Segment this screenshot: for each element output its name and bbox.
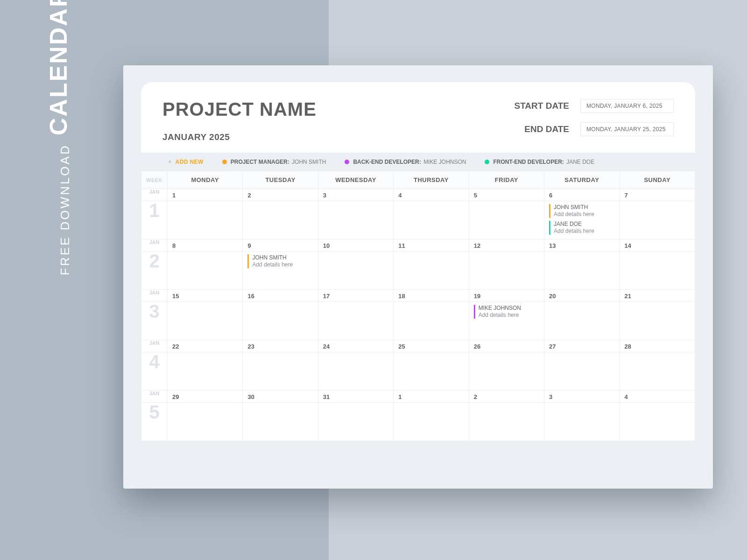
day-body-cell[interactable] (394, 352, 469, 391)
day-body-cell[interactable] (318, 201, 393, 239)
day-body-cell[interactable] (318, 302, 393, 340)
date-cell[interactable]: 5 (469, 189, 544, 201)
day-body-cell[interactable] (394, 302, 469, 340)
date-cell[interactable]: 11 (394, 239, 469, 252)
day-body-cell[interactable] (469, 201, 544, 239)
date-cell[interactable]: 26 (469, 340, 544, 352)
date-number: 10 (318, 239, 393, 249)
end-date-input[interactable]: MONDAY, JANUARY 25, 2025 (580, 122, 674, 136)
day-body-cell[interactable]: JOHN SMITHAdd details hereJANE DOEAdd de… (544, 201, 620, 239)
date-cell[interactable]: 7 (620, 189, 695, 201)
date-cell[interactable]: 14 (620, 239, 695, 252)
day-body-cell[interactable] (620, 302, 695, 340)
date-cell[interactable]: 17 (318, 290, 393, 302)
header-card: PROJECT NAME JANUARY 2025 START DATE MON… (141, 82, 695, 153)
day-body-cell[interactable] (168, 252, 243, 290)
date-number: 8 (168, 239, 242, 249)
day-body-cell[interactable] (469, 352, 544, 391)
day-body-cell[interactable] (318, 352, 393, 391)
day-body-cell[interactable]: MIKE JOHNSONAdd details here (469, 302, 544, 340)
day-body-cell[interactable] (243, 352, 318, 391)
date-cell[interactable]: 29 (168, 391, 243, 403)
day-body-cell[interactable] (394, 252, 469, 290)
date-cell[interactable]: 30 (243, 391, 318, 403)
day-body-cell[interactable] (544, 252, 620, 290)
date-cell[interactable]: 31 (318, 391, 393, 403)
day-body-cell[interactable] (168, 201, 243, 239)
day-body-cell[interactable] (620, 201, 695, 239)
day-body-cell[interactable] (168, 352, 243, 391)
date-cell[interactable]: 12 (469, 239, 544, 252)
date-cell[interactable]: 9 (243, 239, 318, 252)
date-number: 2 (469, 391, 544, 400)
day-body-cell[interactable]: JOHN SMITHAdd details here (243, 252, 318, 290)
day-body-cell[interactable] (168, 403, 243, 441)
day-body-cell[interactable] (318, 403, 393, 441)
end-date-row: END DATE MONDAY, JANUARY 25, 2025 (514, 122, 674, 136)
legend-item-0[interactable]: PROJECT MANAGER: JOHN SMITH (222, 159, 326, 165)
calendar-event[interactable]: JOHN SMITHAdd details here (549, 204, 615, 218)
end-date-label: END DATE (524, 124, 569, 134)
calendar-event[interactable]: MIKE JOHNSONAdd details here (474, 305, 540, 319)
legend-item-2[interactable]: FRONT-END DEVELOPER: JANE DOE (485, 159, 594, 165)
date-number: 3 (318, 189, 393, 199)
date-cell[interactable]: 6 (544, 189, 620, 201)
date-cell[interactable]: 24 (318, 340, 393, 352)
day-body-cell[interactable] (168, 302, 243, 340)
event-color-bar (247, 254, 249, 268)
date-cell[interactable]: 3 (318, 189, 393, 201)
day-body-cell[interactable] (544, 403, 620, 441)
day-body-cell[interactable] (469, 252, 544, 290)
day-body-cell[interactable] (318, 252, 393, 290)
day-header: SATURDAY (544, 171, 620, 189)
date-cell[interactable]: 13 (544, 239, 620, 252)
date-cell[interactable]: 28 (620, 340, 695, 352)
date-cell[interactable]: 1 (394, 391, 469, 403)
day-body-cell[interactable] (620, 403, 695, 441)
date-number: 7 (620, 189, 695, 199)
add-new-button[interactable]: + ADD NEW (168, 158, 204, 165)
day-header: TUESDAY (243, 171, 318, 189)
date-number: 25 (394, 340, 468, 350)
day-body-cell[interactable] (394, 201, 469, 239)
calendar-event[interactable]: JOHN SMITHAdd details here (247, 254, 314, 268)
day-body-cell[interactable] (394, 403, 469, 441)
date-cell[interactable]: 2 (469, 391, 544, 403)
day-body-cell[interactable] (544, 302, 620, 340)
start-date-input[interactable]: MONDAY, JANUARY 6, 2025 (580, 99, 674, 113)
date-cell[interactable]: 20 (544, 290, 620, 302)
legend-dot-icon (222, 160, 227, 164)
date-cell[interactable]: 2 (243, 189, 318, 201)
project-title[interactable]: PROJECT NAME (162, 99, 317, 120)
date-cell[interactable]: 21 (620, 290, 695, 302)
date-number: 31 (318, 391, 393, 400)
date-cell[interactable]: 23 (243, 340, 318, 352)
date-number: 13 (544, 239, 619, 249)
date-cell[interactable]: 25 (394, 340, 469, 352)
date-cell[interactable]: 15 (168, 290, 243, 302)
week-number: 2 (141, 252, 168, 290)
date-cell[interactable]: 8 (168, 239, 243, 252)
month-abbr: JAN (141, 290, 168, 302)
date-cell[interactable]: 19 (469, 290, 544, 302)
date-cell[interactable]: 16 (243, 290, 318, 302)
day-body-cell[interactable] (243, 403, 318, 441)
day-body-cell[interactable] (620, 252, 695, 290)
calendar-event[interactable]: JANE DOEAdd details here (549, 221, 615, 235)
date-cell[interactable]: 22 (168, 340, 243, 352)
day-body-cell[interactable] (544, 352, 620, 391)
date-cell[interactable]: 18 (394, 290, 469, 302)
day-body-cell[interactable] (243, 302, 318, 340)
date-cell[interactable]: 27 (544, 340, 620, 352)
date-cell[interactable]: 4 (394, 189, 469, 201)
day-body-cell[interactable] (243, 201, 318, 239)
legend-text: PROJECT MANAGER: JOHN SMITH (231, 159, 326, 165)
date-number: 5 (469, 189, 544, 199)
date-cell[interactable]: 10 (318, 239, 393, 252)
date-cell[interactable]: 3 (544, 391, 620, 403)
legend-item-1[interactable]: BACK-END DEVELOPER: MIKE JOHNSON (345, 159, 466, 165)
day-body-cell[interactable] (620, 352, 695, 391)
date-cell[interactable]: 4 (620, 391, 695, 403)
day-body-cell[interactable] (469, 403, 544, 441)
date-cell[interactable]: 1 (168, 189, 243, 201)
